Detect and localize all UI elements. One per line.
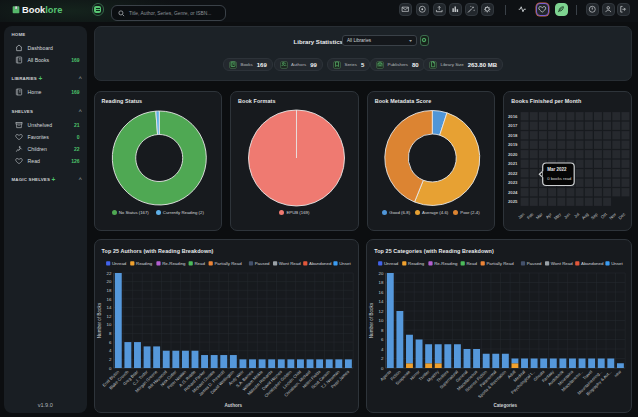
svg-text:2018: 2018 [508,133,518,138]
svg-text:Wont Read: Wont Read [551,261,573,266]
svg-text:Nov: Nov [608,211,617,220]
svg-text:22: 22 [106,271,111,276]
svg-text:10: 10 [379,318,384,323]
svg-text:Wont Read: Wont Read [278,261,300,266]
svg-text:2: 2 [381,356,384,361]
svg-text:Jun: Jun [563,211,572,220]
svg-text:Mar 2022: Mar 2022 [547,167,567,172]
svg-text:14: 14 [106,305,111,310]
svg-text:Unread: Unread [111,261,126,266]
svg-text:Reading: Reading [408,261,425,266]
svg-text:new: new [613,368,623,378]
svg-text:20: 20 [379,271,384,276]
svg-text:Re-Reading: Re-Reading [162,261,186,266]
svg-text:14: 14 [379,299,384,304]
svg-text:10: 10 [106,322,111,327]
svg-text:2019: 2019 [508,142,518,147]
svg-text:0: 0 [109,366,112,371]
svg-text:2022: 2022 [508,171,518,176]
svg-text:Number of Books: Number of Books [97,302,102,338]
svg-text:2: 2 [109,357,112,362]
svg-text:18: 18 [379,280,384,285]
svg-text:2020: 2020 [508,152,518,157]
svg-text:8: 8 [381,328,384,333]
svg-text:16: 16 [379,290,384,295]
svg-text:Unset: Unset [611,261,623,266]
svg-text:Feb: Feb [526,211,535,220]
svg-text:6: 6 [381,337,384,342]
svg-text:Paused: Paused [254,261,269,266]
svg-text:Number of Books: Number of Books [370,302,375,338]
svg-text:4: 4 [109,348,112,353]
svg-text:Unset: Unset [339,261,351,266]
svg-text:12: 12 [106,314,111,319]
svg-text:Unread: Unread [384,261,399,266]
svg-text:4: 4 [381,347,384,352]
svg-text:Abandoned: Abandoned [308,261,331,266]
svg-text:Dec: Dec [618,212,627,221]
svg-text:6: 6 [109,340,112,345]
svg-text:Categories: Categories [494,403,518,408]
svg-text:Jul: Jul [573,212,580,219]
svg-text:20: 20 [106,279,111,284]
svg-text:Abandoned: Abandoned [581,261,604,266]
svg-text:2024: 2024 [508,190,518,195]
svg-text:0: 0 [381,366,384,371]
svg-text:18: 18 [106,288,111,293]
svg-text:2023: 2023 [508,180,518,185]
svg-text:Aug: Aug [581,211,590,220]
svg-text:Partially Read: Partially Read [487,261,515,266]
svg-text:Paused: Paused [527,261,542,266]
svg-text:Mar: Mar [535,211,544,220]
svg-text:12: 12 [379,309,384,314]
svg-text:16: 16 [106,297,111,302]
svg-text:Authors: Authors [224,403,242,408]
svg-text:Read: Read [467,261,478,266]
svg-text:2017: 2017 [508,123,518,128]
svg-text:0 books read: 0 books read [547,176,572,181]
svg-text:Reading: Reading [135,261,152,266]
svg-text:Sep: Sep [590,211,599,220]
svg-text:Partially Read: Partially Read [214,261,242,266]
svg-text:Read: Read [194,261,205,266]
svg-text:2016: 2016 [508,114,518,119]
svg-text:Re-Reading: Re-Reading [434,261,458,266]
svg-text:Oct: Oct [600,211,609,220]
svg-text:8: 8 [109,331,112,336]
svg-text:Apr: Apr [545,211,554,220]
svg-text:2021: 2021 [508,161,518,166]
svg-text:May: May [553,211,563,221]
svg-text:2025: 2025 [508,199,518,204]
svg-text:Jan: Jan [517,211,526,220]
